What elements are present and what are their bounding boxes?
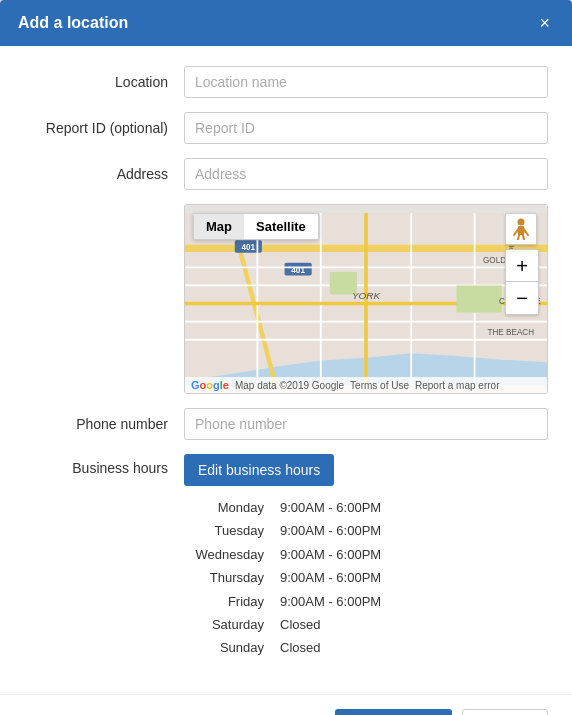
map-tab-map[interactable]: Map [194,214,244,239]
hours-day: Saturday [184,613,264,636]
hours-row: Monday9:00AM - 6:00PM [184,496,548,519]
svg-line-30 [525,230,529,235]
hours-time: 9:00AM - 6:00PM [280,590,381,613]
map-footer-links: Map data ©2019 Google Terms of Use Repor… [235,380,500,391]
zoom-out-button[interactable]: − [506,282,538,314]
address-input[interactable] [184,158,548,190]
hours-day: Monday [184,496,264,519]
cancel-button[interactable]: Cancel [462,709,548,715]
svg-rect-28 [518,226,525,235]
business-hours-content: Edit business hours Monday9:00AM - 6:00P… [184,454,548,660]
hours-day: Sunday [184,636,264,659]
svg-rect-21 [457,285,502,312]
svg-text:401: 401 [242,243,256,252]
hours-time: 9:00AM - 6:00PM [280,543,381,566]
hours-time: 9:00AM - 6:00PM [280,496,381,519]
hours-row: SaturdayClosed [184,613,548,636]
svg-point-27 [518,219,525,226]
map-zoom-controls: + − [505,249,539,315]
street-view-button[interactable] [505,213,537,245]
map-copyright: Map data ©2019 Google [235,380,344,391]
hours-day: Thursday [184,566,264,589]
modal-title: Add a location [18,14,128,32]
map-tab-satellite[interactable]: Satellite [244,214,318,239]
hours-row: Thursday9:00AM - 6:00PM [184,566,548,589]
modal-footer: Add location Cancel [0,694,572,715]
hours-day: Tuesday [184,519,264,542]
phone-row: Phone number [24,408,548,440]
address-row: Address [24,158,548,190]
add-location-modal: Add a location × Location Report ID (opt… [0,0,572,715]
zoom-in-button[interactable]: + [506,250,538,282]
location-input[interactable] [184,66,548,98]
hours-time: Closed [280,636,320,659]
edit-hours-button[interactable]: Edit business hours [184,454,334,486]
modal-body: Location Report ID (optional) Address Ma… [0,46,572,694]
hours-time: Closed [280,613,320,636]
phone-input[interactable] [184,408,548,440]
person-icon [512,218,530,240]
hours-row: SundayClosed [184,636,548,659]
hours-row: Tuesday9:00AM - 6:00PM [184,519,548,542]
map-tabs: Map Satellite [193,213,319,240]
report-id-input[interactable] [184,112,548,144]
location-label: Location [24,74,184,90]
phone-label: Phone number [24,416,184,432]
map-footer: Google Map data ©2019 Google Terms of Us… [185,377,547,393]
hours-day: Friday [184,590,264,613]
hours-day: Wednesday [184,543,264,566]
hours-time: 9:00AM - 6:00PM [280,519,381,542]
report-map-error-link[interactable]: Report a map error [415,380,499,391]
hours-row: Wednesday9:00AM - 6:00PM [184,543,548,566]
svg-line-29 [514,230,518,235]
close-button[interactable]: × [535,14,554,32]
add-location-button[interactable]: Add location [335,709,452,715]
hours-table: Monday9:00AM - 6:00PMTuesday9:00AM - 6:0… [184,496,548,660]
google-logo: Google [191,379,229,391]
svg-line-31 [518,235,519,240]
hours-time: 9:00AM - 6:00PM [280,566,381,589]
svg-text:YORK: YORK [352,290,381,301]
map-controls: + − [505,213,539,315]
svg-text:THE BEACH: THE BEACH [488,328,535,337]
hours-row: Friday9:00AM - 6:00PM [184,590,548,613]
svg-line-32 [523,235,524,240]
map-container: Map Satellite 401 [184,204,548,394]
business-hours-label: Business hours [24,454,184,476]
address-label: Address [24,166,184,182]
report-id-row: Report ID (optional) [24,112,548,144]
terms-of-use-link[interactable]: Terms of Use [350,380,409,391]
report-id-label: Report ID (optional) [24,120,184,136]
location-row: Location [24,66,548,98]
modal-header: Add a location × [0,0,572,46]
business-hours-row: Business hours Edit business hours Monda… [24,454,548,660]
